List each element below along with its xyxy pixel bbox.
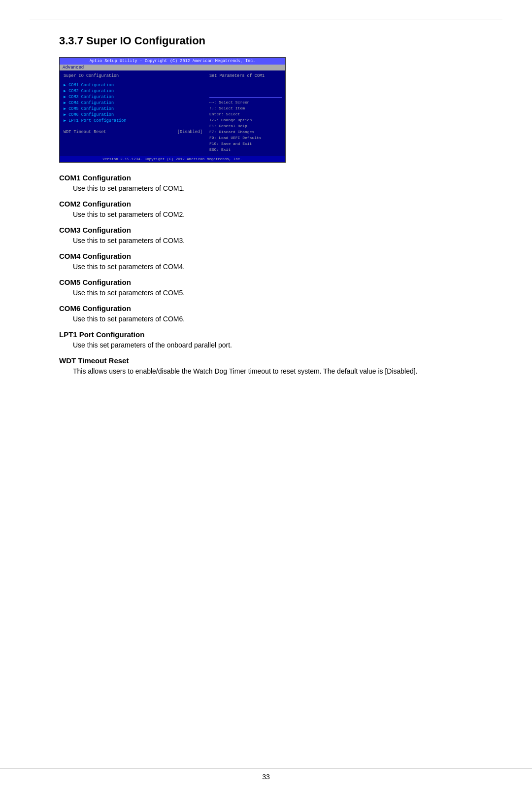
bios-menu-item-com5[interactable]: ▶ COM5 Configuration <box>64 106 202 112</box>
bios-help-item-change: +/-: Change Option <box>209 117 282 123</box>
page-number: 33 <box>262 773 270 781</box>
doc-section-com5: COM5 Configuration Use this to set param… <box>59 278 473 298</box>
doc-section-com1: COM1 Configuration Use this to set param… <box>59 173 473 194</box>
bios-menu-item-com1[interactable]: ▶ COM1 Configuration <box>64 82 202 88</box>
bios-menu-bar: Advanced <box>60 65 285 70</box>
bios-wdt-value: [Disabled] <box>177 130 202 135</box>
doc-body-lpt1: Use this set parameters of the onboard p… <box>59 340 473 350</box>
doc-heading-com4: COM4 Configuration <box>59 252 473 260</box>
bios-help-item-f9: F9: Load UEFI Defaults <box>209 135 282 141</box>
bios-menu-tab: Advanced <box>63 65 84 70</box>
bios-help-item-f10: F10: Save and Exit <box>209 141 282 147</box>
bios-menu-item-com4[interactable]: ▶ COM4 Configuration <box>64 100 202 106</box>
doc-section-lpt1: LPT1 Port Configuration Use this set par… <box>59 330 473 350</box>
bios-help-item-screen: ←→: Select Screen <box>209 100 282 105</box>
bios-divider <box>209 97 282 98</box>
bios-right-label: Set Parameters of COM1 <box>209 73 282 78</box>
doc-heading-wdt: WDT Timeout Reset <box>59 356 473 365</box>
doc-body-wdt: This allows users to enable/disable the … <box>59 366 473 377</box>
bios-help-text: ←→: Select Screen ↑↓: Select Item Enter:… <box>209 100 282 153</box>
doc-section-com4: COM4 Configuration Use this to set param… <box>59 252 473 272</box>
doc-section-wdt: WDT Timeout Reset This allows users to e… <box>59 356 473 377</box>
doc-heading-com1: COM1 Configuration <box>59 173 473 182</box>
bios-wdt-row: WDT Timeout Reset [Disabled] <box>64 130 202 135</box>
bios-right-panel: Set Parameters of COM1 ←→: Select Screen… <box>206 73 285 153</box>
doc-body-com3: Use this to set parameters of COM3. <box>59 236 473 246</box>
bios-help-item-f1: F1: General Help <box>209 123 282 129</box>
doc-section-com6: COM6 Configuration Use this to set param… <box>59 304 473 324</box>
doc-body-com1: Use this to set parameters of COM1. <box>59 183 473 194</box>
bios-help-item-item: ↑↓: Select Item <box>209 105 282 111</box>
bios-left-label: Super IO Configuration <box>64 73 202 78</box>
doc-heading-com5: COM5 Configuration <box>59 278 473 286</box>
bios-menu-item-lpt1[interactable]: ▶ LPT1 Port Configuration <box>64 118 202 124</box>
bios-menu-item-com3[interactable]: ▶ COM3 Configuration <box>64 94 202 100</box>
doc-heading-com2: COM2 Configuration <box>59 200 473 208</box>
bios-help-item-enter: Enter: Select <box>209 111 282 117</box>
bios-footer: Version 2.15.1234. Copyright (C) 2012 Am… <box>60 156 285 162</box>
doc-heading-lpt1: LPT1 Port Configuration <box>59 330 473 339</box>
doc-body-com4: Use this to set parameters of COM4. <box>59 262 473 272</box>
doc-section-com2: COM2 Configuration Use this to set param… <box>59 200 473 220</box>
bios-left-panel: Super IO Configuration ▶ COM1 Configurat… <box>60 73 206 153</box>
bios-wdt-label: WDT Timeout Reset <box>64 130 106 135</box>
section-title: 3.3.7 Super IO Configuration <box>59 35 473 47</box>
bios-screenshot: Aptio Setup Utility - Copyright (C) 2012… <box>59 57 286 163</box>
doc-body-com2: Use this to set parameters of COM2. <box>59 209 473 220</box>
bios-menu-item-com2[interactable]: ▶ COM2 Configuration <box>64 88 202 94</box>
page-content: 3.3.7 Super IO Configuration Aptio Setup… <box>0 0 532 432</box>
bios-title: Aptio Setup Utility - Copyright (C) 2012… <box>60 58 285 65</box>
doc-heading-com6: COM6 Configuration <box>59 304 473 312</box>
bios-help-item-f7: F7: Discard Changes <box>209 129 282 135</box>
doc-body-com5: Use this to set parameters of COM5. <box>59 288 473 298</box>
bios-body: Super IO Configuration ▶ COM1 Configurat… <box>60 70 285 156</box>
doc-heading-com3: COM3 Configuration <box>59 226 473 234</box>
bios-menu-item-com6[interactable]: ▶ COM6 Configuration <box>64 112 202 118</box>
doc-section-com3: COM3 Configuration Use this to set param… <box>59 226 473 246</box>
doc-body-com6: Use this to set parameters of COM6. <box>59 314 473 324</box>
top-rule <box>30 20 502 20</box>
bottom-rule <box>0 768 532 768</box>
bios-help-item-esc: ESC: Exit <box>209 147 282 153</box>
